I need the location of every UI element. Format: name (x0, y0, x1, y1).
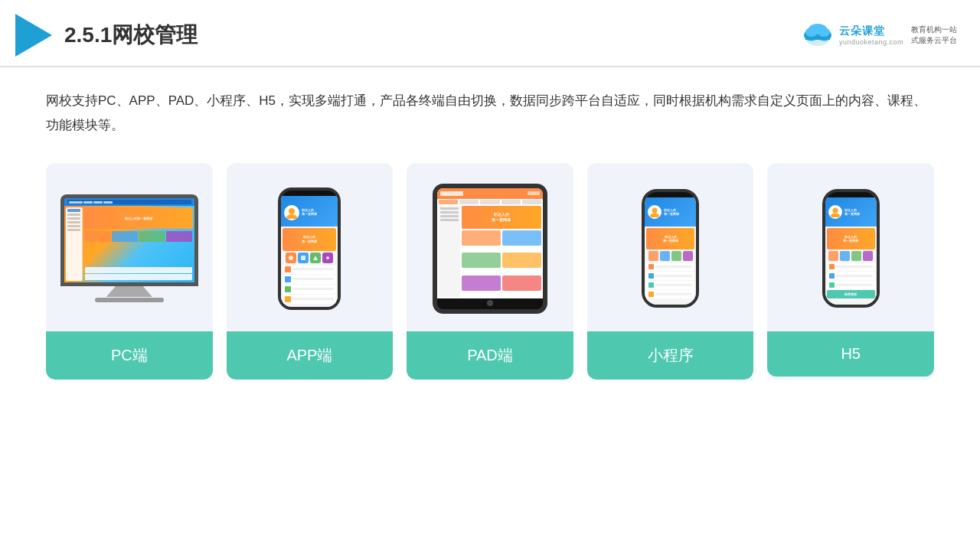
card-pad-label: PAD端 (407, 331, 573, 380)
brand-slogan: 教育机构一站式服务云平台 (911, 24, 957, 46)
h5-phone-screen: 职达人的第一堂网课 职达人的第一堂网课 (825, 197, 877, 305)
card-app-label: APP端 (227, 331, 394, 380)
tablet-screen: 职达人的第一堂网课 (437, 188, 543, 298)
card-miniprogram-image: 职达人的第一堂网课 职达人的第一堂网课 (587, 163, 754, 331)
h5-phone: 职达人的第一堂网课 职达人的第一堂网课 (822, 189, 880, 308)
mini-phone-screen: 职达人的第一堂网课 职达人的第一堂网课 (645, 197, 696, 305)
svg-marker-14 (313, 256, 318, 260)
header-right: 云朵课堂 yunduoketang.com 教育机构一站式服务云平台 (801, 21, 957, 49)
card-app: 职达人的第一堂网课 职达人的第一堂网课 (227, 163, 394, 380)
card-pc-image: 职达人的第一堂网课 (46, 163, 213, 331)
main-content: 网校支持PC、APP、PAD、小程序、H5，实现多端打通，产品各终端自由切换，数… (0, 67, 980, 395)
card-pc-label: PC端 (46, 331, 213, 380)
card-pad: 职达人的第一堂网课 (407, 163, 573, 380)
svg-point-17 (650, 214, 659, 218)
h5-phone-notch (841, 192, 861, 197)
pc-monitor: 职达人的第一堂网课 (60, 194, 198, 302)
page-title: 2.5.1网校管理 (64, 21, 198, 50)
card-h5-image: 职达人的第一堂网课 职达人的第一堂网课 (767, 163, 934, 331)
svg-point-10 (289, 208, 295, 214)
monitor-frame: 职达人的第一堂网课 (60, 194, 198, 286)
brand-url: yunduoketang.com (839, 38, 903, 46)
svg-point-19 (831, 214, 840, 218)
app-phone: 职达人的第一堂网课 职达人的第一堂网课 (278, 187, 341, 310)
logo-triangle (15, 14, 52, 57)
svg-point-18 (832, 208, 838, 214)
tablet-frame: 职达人的第一堂网课 (433, 184, 547, 314)
card-h5: 职达人的第一堂网课 职达人的第一堂网课 (767, 163, 934, 380)
description: 网校支持PC、APP、PAD、小程序、H5，实现多端打通，产品各终端自由切换，数… (46, 89, 934, 139)
card-app-image: 职达人的第一堂网课 职达人的第一堂网课 (227, 163, 394, 331)
phone-notch (299, 191, 320, 196)
brand-logo: 云朵课堂 yunduoketang.com 教育机构一站式服务云平台 (801, 21, 957, 49)
card-h5-label: H5 (767, 331, 934, 377)
header-left: 2.5.1网校管理 (15, 14, 198, 57)
mini-phone-notch (661, 192, 681, 197)
svg-point-9 (818, 28, 830, 37)
brand-name: 云朵课堂 (839, 24, 885, 38)
cloud-icon (801, 21, 835, 49)
card-miniprogram: 职达人的第一堂网课 职达人的第一堂网课 (587, 163, 754, 380)
monitor-screen: 职达人的第一堂网课 (64, 198, 194, 282)
svg-point-11 (286, 214, 297, 219)
svg-point-12 (289, 256, 293, 260)
card-pc: 职达人的第一堂网课 (46, 163, 213, 380)
card-miniprogram-label: 小程序 (587, 331, 754, 380)
miniprogram-phone: 职达人的第一堂网课 职达人的第一堂网课 (642, 189, 699, 308)
header: 2.5.1网校管理 云朵课堂 yunduoket (0, 0, 980, 67)
phone-screen: 职达人的第一堂网课 职达人的第一堂网课 (281, 196, 338, 307)
cards-container: 职达人的第一堂网课 (46, 163, 934, 380)
svg-rect-13 (301, 256, 305, 260)
svg-point-8 (805, 28, 818, 37)
card-pad-image: 职达人的第一堂网课 (407, 163, 573, 331)
brand-text-wrap: 云朵课堂 yunduoketang.com (839, 24, 903, 46)
svg-rect-15 (326, 256, 329, 259)
svg-point-16 (652, 208, 658, 214)
